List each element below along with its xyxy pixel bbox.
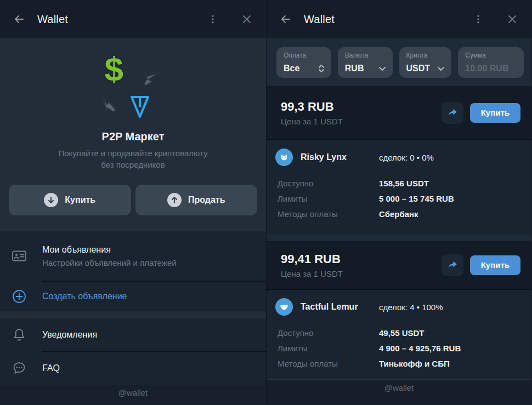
chat-bubble-icon: [11, 361, 27, 376]
share-button[interactable]: [442, 102, 463, 124]
seller-deals-stat: сделок: 0 • 0%: [379, 153, 522, 162]
share-button[interactable]: [442, 254, 463, 276]
offer-price-row: 99,41 RUB Цена за 1 USDT Купить: [267, 241, 531, 289]
available-row: Доступно 49,55 USDT: [278, 325, 522, 340]
faq-label: FAQ: [42, 363, 60, 373]
menu-item-create-ad[interactable]: Создать объявление: [0, 282, 266, 311]
crypto-filter-dropdown[interactable]: Крипта USDT: [399, 47, 452, 78]
buy-button[interactable]: Купить: [9, 185, 131, 215]
right-panel-title: Wallet: [304, 13, 335, 26]
section-gap: [0, 311, 266, 318]
sort-chevrons-icon: [317, 64, 326, 73]
my-ads-title: Мои объявления: [42, 245, 177, 255]
card-gap: [267, 235, 531, 241]
chevron-down-icon: [436, 64, 446, 73]
ads-menu-section: Мои объявления Настройки объявлений и пл…: [0, 231, 266, 311]
hero-subtitle: Покупайте и продавайте криптовалюту без …: [0, 147, 266, 170]
sell-button[interactable]: Продать: [135, 185, 258, 215]
buy-offer-button[interactable]: Купить: [470, 103, 520, 123]
limits-row: Лимиты 5 000 – 15 745 RUB: [278, 191, 522, 206]
seller-name[interactable]: Tactful Lemur: [301, 302, 358, 312]
offer-price: 99,3 RUB: [281, 100, 442, 114]
wallet-handle: @wallet: [118, 388, 148, 397]
payment-filter-dropdown[interactable]: Оплата Все: [276, 47, 331, 78]
dollar-sign-icon: $: [105, 49, 123, 88]
right-header: Wallet: [267, 0, 531, 38]
left-panel: Wallet $ P2P Маркет Покупайте и продавай…: [0, 0, 266, 405]
chevron-down-icon: [377, 64, 387, 73]
exchange-arrow-up-icon: [99, 92, 122, 115]
create-ad-label: Создать объявление: [42, 292, 127, 301]
lemur-avatar: [275, 298, 293, 316]
arrow-down-circle-icon: [44, 193, 58, 207]
menu-kebab-icon[interactable]: [203, 10, 222, 28]
arrow-up-circle-icon: [167, 193, 182, 207]
menu-item-faq[interactable]: FAQ: [0, 352, 266, 384]
seller-card: Risky Lynx сделок: 0 • 0% Доступно 158,5…: [267, 140, 531, 235]
offer-price-caption: Цена за 1 USDT: [281, 117, 442, 126]
share-arrow-icon: [446, 259, 459, 271]
menu-kebab-icon[interactable]: [469, 10, 488, 28]
back-arrow-icon[interactable]: [276, 10, 295, 28]
offer-price-caption: Цена за 1 USDT: [281, 269, 442, 278]
right-panel: Wallet Оплата Все Валюта RUB Крипта: [266, 0, 531, 405]
buy-offer-button[interactable]: Купить: [470, 255, 520, 275]
bell-icon: [11, 327, 27, 343]
seller-deals-stat: сделок: 4 • 100%: [379, 303, 522, 312]
amount-filter-field[interactable]: Сумма: [458, 47, 524, 78]
close-icon[interactable]: [237, 10, 256, 28]
close-icon[interactable]: [503, 10, 522, 28]
amount-input[interactable]: [465, 64, 518, 73]
info-menu-section: Уведомления FAQ: [0, 318, 266, 385]
my-ads-subtitle: Настройки объявлений и платежей: [42, 258, 177, 267]
plus-circle-icon: [11, 289, 27, 304]
payment-methods-row: Методы оплаты Сбербанк: [278, 206, 522, 221]
lynx-avatar: [275, 149, 293, 166]
id-card-icon: [11, 249, 27, 263]
left-header: Wallet: [0, 0, 266, 38]
seller-card: Tactful Lemur сделок: 4 • 100% Доступно …: [267, 290, 531, 379]
seller-name[interactable]: Risky Lynx: [301, 152, 347, 162]
available-row: Доступно 158,56 USDT: [278, 175, 522, 191]
limits-row: Лимиты 4 900 – 4 925,76 RUB: [278, 340, 522, 356]
p2p-market-logo: $: [89, 46, 177, 123]
back-arrow-icon[interactable]: [10, 10, 29, 28]
wallet-handle: @wallet: [384, 383, 414, 392]
hero-title: P2P Маркет: [0, 130, 266, 143]
exchange-arrow-down-icon: [140, 67, 163, 90]
menu-item-notifications[interactable]: Уведомления: [0, 318, 266, 351]
payment-methods-row: Методы оплаты Тинькофф и СБП: [278, 356, 522, 371]
offer-price-row: 99,3 RUB Цена за 1 USDT Купить: [267, 86, 531, 139]
menu-item-my-ads[interactable]: Мои объявления Настройки объявлений и пл…: [0, 231, 266, 281]
filter-bar: Оплата Все Валюта RUB Крипта USDT Сумма: [267, 38, 531, 86]
p2p-hero-section: $ P2P Маркет Покупайте и продавайте крип…: [0, 38, 266, 231]
ton-diamond-icon: [128, 94, 152, 119]
notifications-label: Уведомления: [42, 330, 97, 340]
right-footer: @wallet: [267, 379, 531, 405]
left-panel-title: Wallet: [37, 13, 68, 26]
currency-filter-dropdown[interactable]: Валюта RUB: [338, 47, 393, 78]
offer-price: 99,41 RUB: [281, 252, 442, 266]
left-footer: @wallet: [0, 385, 266, 405]
share-arrow-icon: [446, 107, 459, 119]
